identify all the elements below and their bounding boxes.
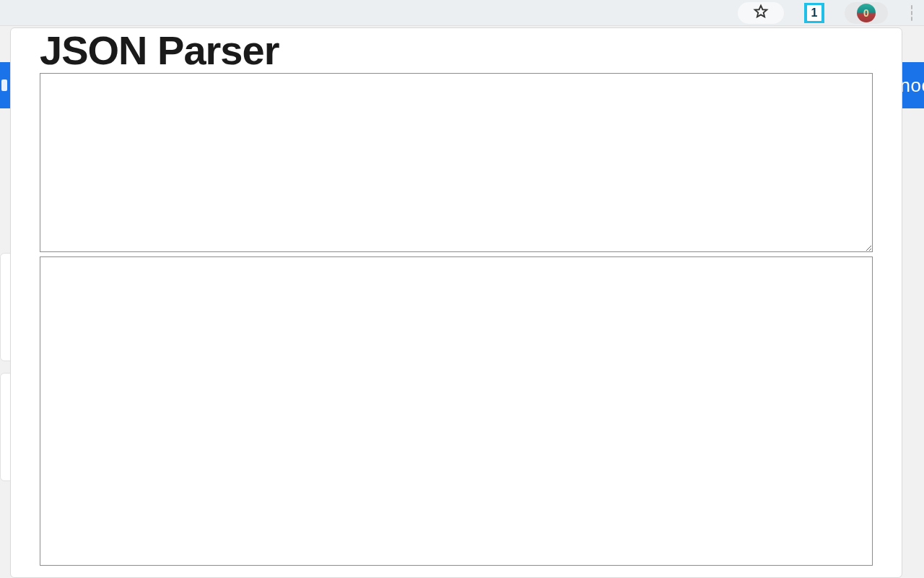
toolbar-right-group: 1 0	[738, 2, 917, 24]
banner-left-fragment	[1, 79, 7, 91]
browser-menu-button[interactable]	[911, 4, 914, 22]
bookmark-star-button[interactable]	[738, 2, 784, 24]
json-parser-popup: JSON Parser	[10, 27, 902, 578]
browser-toolbar: 1 0	[0, 0, 924, 26]
star-icon	[753, 4, 769, 22]
json-input[interactable]	[40, 73, 873, 252]
svg-marker-0	[755, 6, 767, 17]
extension-button[interactable]: 1	[804, 3, 824, 23]
avatar-icon: 0	[857, 4, 876, 22]
avatar-initial: 0	[863, 7, 869, 19]
profile-avatar-button[interactable]: 0	[845, 2, 888, 24]
banner-right-text: noc	[900, 62, 924, 108]
json-output	[40, 256, 873, 566]
extension-badge: 1	[807, 5, 821, 21]
page-title: JSON Parser	[40, 28, 873, 73]
